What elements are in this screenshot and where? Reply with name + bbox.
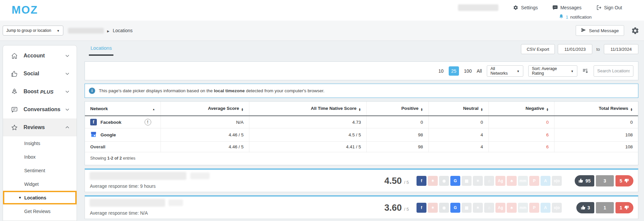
page-size-all[interactable]: All [477,68,482,74]
sidebar-label-suffix: PLUS [40,89,53,95]
google-business-icon[interactable]: G [450,176,460,186]
search-locations-input[interactable] [594,65,633,77]
moz-logo[interactable]: MOZ [12,4,38,16]
timezone-info-banner: i This page's date picker displays infor… [85,84,638,98]
date-from-input[interactable] [558,44,592,54]
breadcrumb-arrow-icon [107,28,109,34]
subitem-label: Widget [24,182,39,187]
network-name: Google [100,132,116,137]
sidebar-label: Social [24,71,39,77]
page-size-10[interactable]: 10 [438,68,444,74]
sign-out-label: Sign Out [604,5,622,10]
settings-link[interactable]: Settings [513,5,538,10]
location-name-redacted [190,173,210,179]
subitem-label: Insights [24,141,40,146]
sidebar-item-insights[interactable]: Insights [3,136,77,150]
yelp-icon: ✶ [428,203,438,213]
sort-select[interactable]: Sort: Average Rating [528,65,577,77]
sidebar-label: Conversations [24,107,60,112]
positive-reviews-badge[interactable]: 3 [576,202,594,213]
listen360-icon: ◉ [439,203,449,213]
page-settings-gear-icon[interactable] [631,27,639,36]
negative-reviews-badge[interactable]: 1 [615,202,633,213]
col-positive[interactable]: Positive [366,102,428,116]
google-business-icon[interactable]: G [450,203,460,213]
rentpath-icon: P [529,203,539,213]
avg-response-time: Average response time: 9 hours [90,184,156,189]
review-count-badges: 95 3 5 [575,175,633,186]
jump-to-location-select[interactable]: Jump to group or location [3,26,63,36]
page-body: Account Social Boost PLUS Conversations … [0,41,644,221]
csv-export-button[interactable]: CSV Export [521,44,555,54]
native-score-cell: 4.41 / 5 [249,142,366,152]
app-store-icon: A [541,176,550,186]
col-average-score[interactable]: Average Score [161,102,249,116]
messages-label: Messages [560,5,582,10]
chevron-up-icon [65,125,70,130]
location-card[interactable]: Average response time: 9 hours 4.50 / 5 … [85,169,638,192]
positive-cell: 0 [366,116,428,128]
apartment-ratings-icon: Ag [495,203,505,213]
sign-out-link[interactable]: Sign Out [596,5,622,10]
negative-cell: 6 [488,142,554,152]
modern-message-icon: mm [518,176,528,186]
chevron-down-icon [513,69,520,73]
tab-locations[interactable]: Locations [89,43,113,56]
page-size-100[interactable]: 100 [464,68,472,74]
table-row-overall: Overall 4.46 / 5 4.41 / 5 98 4 6 108 [85,142,638,152]
sidebar-item-conversations[interactable]: Conversations [3,101,77,118]
send-message-button[interactable]: Send Message [576,25,624,36]
star-icon [11,124,18,131]
info-icon: i [89,88,95,94]
positive-reviews-badge[interactable]: 95 [575,175,594,186]
chevron-down-icon [57,28,60,33]
facebook-icon[interactable]: f [417,176,426,186]
facebook-icon[interactable]: f [417,203,426,213]
sidebar-item-locations[interactable]: Locations [3,191,77,204]
col-network[interactable]: Network [85,102,161,116]
sidebar-label: Boost [24,89,38,95]
col-all-time-native-score[interactable]: All Time Native Score [249,102,366,116]
jump-select-label: Jump to group or location [6,28,51,33]
location-name-redacted [90,172,186,180]
col-total-reviews[interactable]: Total Reviews [554,102,638,116]
rentpath-icon: P [529,176,539,186]
sidebar-item-boost[interactable]: Boost PLUS [3,83,77,101]
table-entries-summary: Showing 1-2 of 2 entries [85,152,638,165]
col-neutral[interactable]: Neutral [428,102,488,116]
sort-direction-icon[interactable] [582,68,589,74]
negative-reviews-badge[interactable]: 5 [615,175,633,186]
sidebar-item-account[interactable]: Account [3,47,77,65]
network-icon-row: f✶◉G▦✶⌂Ag♣mmPAo|o [417,176,562,186]
sidebar-item-inbox[interactable]: Inbox [3,150,77,164]
negative-cell: 0 [488,116,554,128]
notification-indicator[interactable]: 1 notification [559,14,592,20]
hotpads-icon: ♣ [507,203,517,213]
chevron-down-icon [65,53,70,58]
apartments-com-icon: ✶ [473,176,483,186]
sidebar-item-widget[interactable]: Widget [3,177,77,191]
chevron-down-icon [567,69,574,73]
total-reviews-cell: 0 [554,116,638,128]
subitem-label: Sentiment [24,168,45,173]
rent-com-icon: ⌂ [484,176,494,186]
total-reviews-cell: 108 [554,128,638,142]
sort-both-icon [546,108,548,111]
network-filter-select[interactable]: All Networks [487,65,523,77]
sidebar-item-social[interactable]: Social [3,65,77,83]
modern-message-icon: mm [518,203,528,213]
breadcrumb-toolbar: Jump to group or location Locations Send… [0,21,644,41]
neutral-reviews-badge[interactable]: 3 [596,175,614,186]
listen360-icon: ◉ [439,176,449,186]
sidebar-item-get-reviews[interactable]: Get Reviews [3,204,77,218]
location-card[interactable]: Average response time: N/A 3.60 / 5 f✶◉G… [85,195,638,219]
sidebar-item-sentiment[interactable]: Sentiment [3,164,77,177]
date-to-input[interactable] [604,44,638,54]
page-size-25-selected[interactable]: 25 [449,66,459,76]
sidebar-item-reviews[interactable]: Reviews [3,118,77,136]
warning-icon[interactable]: ! [145,119,151,125]
messages-link[interactable]: Messages [552,5,582,10]
neutral-reviews-badge[interactable]: 1 [596,202,614,213]
native-score-cell: 4.5 / 5 [249,128,366,142]
col-negative[interactable]: Negative [488,102,554,116]
